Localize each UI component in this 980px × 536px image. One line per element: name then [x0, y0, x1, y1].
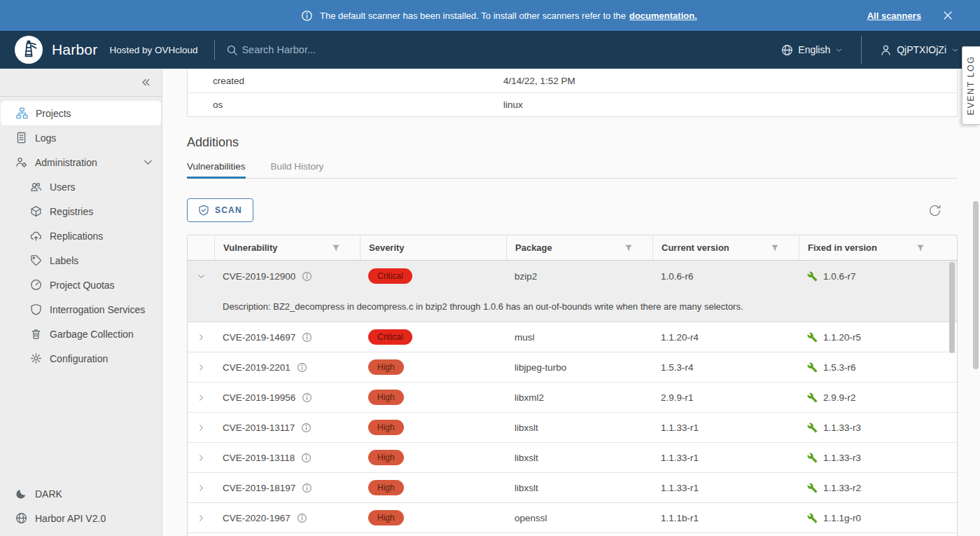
- sidebar-item[interactable]: Users: [0, 174, 162, 199]
- info-icon[interactable]: [302, 271, 312, 282]
- cve-id[interactable]: CVE-2019-12900: [223, 271, 295, 282]
- chevron-down-icon: [951, 46, 959, 54]
- table-row: CVE-2019-19956 High libxml2 2.9.9-r1 2.9…: [188, 383, 957, 413]
- sidebar-item[interactable]: Project Quotas: [0, 273, 162, 297]
- current-version: 1.0.6-r6: [652, 271, 799, 282]
- sidebar: Projects Logs Administration Users Regis…: [0, 69, 162, 536]
- info-icon[interactable]: [302, 332, 312, 343]
- expand-row-chevron-icon[interactable]: [197, 514, 206, 523]
- severity-badge: High: [368, 450, 404, 465]
- scan-button[interactable]: SCAN: [187, 198, 253, 222]
- sidebar-item-label: Interrogation Services: [50, 304, 145, 315]
- sidebar-item[interactable]: DARK: [0, 481, 162, 506]
- search-icon: [226, 44, 238, 56]
- column-header-vulnerability: Vulnerability: [223, 242, 278, 253]
- filter-icon[interactable]: [771, 244, 779, 252]
- language-menu[interactable]: English: [781, 44, 843, 56]
- wrench-icon: [807, 453, 818, 463]
- app-header: Harbor Hosted by OVHcloud English QjPTXI…: [0, 31, 980, 69]
- sidebar-item[interactable]: Interrogation Services: [0, 297, 162, 322]
- tab[interactable]: Vulnerabilities: [187, 161, 246, 179]
- expand-row-chevron-icon[interactable]: [197, 393, 206, 402]
- info-icon[interactable]: [301, 422, 312, 433]
- info-icon[interactable]: [302, 483, 312, 493]
- cve-id[interactable]: CVE-2019-14697: [223, 332, 295, 343]
- refresh-icon[interactable]: [927, 203, 942, 218]
- wrench-icon: [807, 332, 818, 343]
- search-input[interactable]: [241, 44, 451, 55]
- api-icon: [15, 512, 27, 524]
- moon-icon: [15, 488, 27, 500]
- wrench-icon: [807, 271, 818, 282]
- table-row: CVE-2019-2201 High libjpeg-turbo 1.5.3-r…: [188, 352, 957, 383]
- sidebar-item[interactable]: Garbage Collection: [0, 322, 162, 346]
- table-row: CVE-2019-12900 Critical bzip2 1.0.6-r6 1…: [188, 261, 957, 291]
- cve-id[interactable]: CVE-2019-13117: [223, 422, 295, 433]
- sidebar-item[interactable]: Replications: [0, 224, 162, 248]
- cve-id[interactable]: CVE-2020-1967: [223, 513, 290, 523]
- close-icon[interactable]: [942, 10, 953, 21]
- sidebar-item-label: Administration: [35, 157, 97, 168]
- event-log-tab[interactable]: EVENT LOG: [962, 46, 980, 125]
- column-header-severity: Severity: [369, 242, 405, 253]
- sidebar-item-label: Project Quotas: [50, 280, 115, 291]
- artifact-info-value: linux: [503, 99, 957, 110]
- severity-badge: High: [368, 390, 404, 405]
- scan-button-label: SCAN: [215, 205, 242, 215]
- all-scanners-link[interactable]: All scanners: [867, 11, 921, 21]
- expand-row-chevron-icon[interactable]: [197, 272, 206, 281]
- current-version: 2.9.9-r1: [652, 392, 799, 403]
- cve-id[interactable]: CVE-2019-13118: [223, 453, 295, 463]
- tab-label: Build History: [271, 161, 324, 172]
- expand-row-chevron-icon[interactable]: [197, 423, 206, 432]
- filter-icon[interactable]: [624, 244, 633, 252]
- sidebar-item[interactable]: Projects: [1, 101, 161, 125]
- globe-icon: [781, 44, 793, 56]
- sidebar-item-label: DARK: [35, 488, 62, 500]
- sidebar-item[interactable]: Logs: [0, 125, 162, 150]
- info-icon[interactable]: [297, 362, 307, 373]
- expand-row-chevron-icon[interactable]: [197, 453, 206, 462]
- sidebar-item[interactable]: Harbor API V2.0: [0, 506, 162, 530]
- info-icon[interactable]: [301, 453, 312, 463]
- current-version: 1.1.33-r1: [652, 453, 799, 463]
- info-icon[interactable]: [302, 392, 312, 403]
- fixed-version: 1.1.1g-r0: [823, 513, 861, 523]
- filter-icon[interactable]: [916, 244, 925, 252]
- tab-label: Vulnerabilities: [187, 161, 246, 172]
- projects-icon: [16, 107, 28, 119]
- registries-icon: [30, 205, 42, 217]
- fixed-version: 1.5.3-r6: [823, 362, 856, 373]
- header-divider: [861, 36, 862, 64]
- brand-tagline: Hosted by OVHcloud: [109, 45, 197, 55]
- table-row: CVE-2020-1967 High openssl 1.1.1b-r1 1.1…: [188, 503, 957, 533]
- sidebar-item[interactable]: Registries: [0, 199, 162, 224]
- harbor-logo[interactable]: [15, 36, 43, 64]
- info-icon: [301, 10, 313, 22]
- severity-badge: Critical: [368, 268, 412, 284]
- sidebar-item[interactable]: Configuration: [0, 346, 162, 371]
- language-label: English: [798, 44, 830, 55]
- cve-id[interactable]: CVE-2019-19956: [223, 392, 295, 403]
- table-scrollbar[interactable]: [949, 262, 955, 353]
- cve-id[interactable]: CVE-2019-2201: [223, 362, 290, 373]
- cve-id[interactable]: CVE-2019-18197: [223, 483, 295, 493]
- fixed-version: 2.9.9-r2: [823, 392, 856, 403]
- fixed-version: 1.0.6-r7: [823, 271, 856, 282]
- expand-row-chevron-icon[interactable]: [197, 363, 206, 372]
- tab[interactable]: Build History: [271, 161, 324, 179]
- sidebar-item[interactable]: Administration: [0, 150, 162, 174]
- expand-row-chevron-icon[interactable]: [197, 483, 206, 493]
- filter-icon[interactable]: [332, 244, 340, 252]
- user-menu[interactable]: QjPTXIOjZi: [880, 44, 959, 56]
- expand-row-chevron-icon[interactable]: [197, 333, 206, 342]
- page-scrollbar[interactable]: [973, 201, 979, 369]
- collapse-sidebar-icon[interactable]: [141, 77, 151, 88]
- info-icon[interactable]: [297, 513, 307, 523]
- column-header-fixed-in-version: Fixed in version: [808, 242, 877, 253]
- labels-icon: [30, 254, 42, 266]
- documentation-link[interactable]: documentation.: [629, 11, 697, 21]
- sidebar-item[interactable]: Labels: [0, 248, 162, 273]
- event-log-label: EVENT LOG: [967, 56, 976, 116]
- package-name: libxslt: [506, 453, 652, 463]
